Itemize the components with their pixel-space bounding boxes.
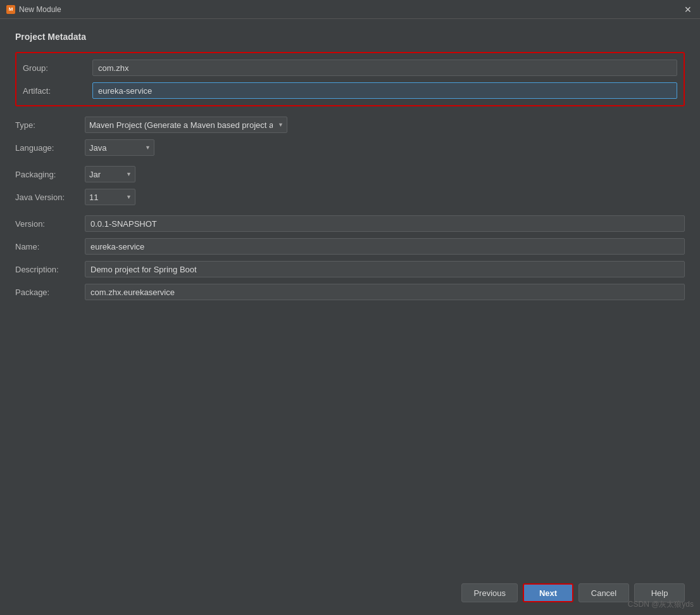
version-label: Version: xyxy=(15,219,85,229)
name-label: Name: xyxy=(15,242,85,251)
dialog-body: Project Metadata Group: Artifact: Type: … xyxy=(0,19,700,615)
artifact-row: Artifact: xyxy=(23,82,677,99)
java-version-select-wrapper: 11 xyxy=(85,189,135,205)
description-input[interactable] xyxy=(85,261,685,277)
packaging-label: Packaging: xyxy=(15,170,85,179)
language-select[interactable]: Java xyxy=(85,139,154,156)
name-row: Name: xyxy=(15,238,685,255)
package-input[interactable] xyxy=(85,284,685,300)
language-row: Language: Java xyxy=(15,139,685,156)
group-row: Group: xyxy=(23,60,677,76)
cancel-button[interactable]: Cancel xyxy=(578,583,629,602)
next-button[interactable]: Next xyxy=(523,583,573,602)
close-button[interactable]: ✕ xyxy=(680,1,696,18)
type-label: Type: xyxy=(15,120,85,130)
highlight-box: Group: Artifact: xyxy=(15,52,685,106)
artifact-input[interactable] xyxy=(92,82,677,99)
language-select-wrapper: Java xyxy=(85,139,154,156)
java-version-label: Java Version: xyxy=(15,193,85,202)
java-version-select[interactable]: 11 xyxy=(85,189,135,205)
packaging-select-wrapper: Jar xyxy=(85,166,135,182)
java-version-row: Java Version: 11 xyxy=(15,189,685,205)
type-row: Type: Maven Project (Generate a Maven ba… xyxy=(15,117,685,133)
version-row: Version: xyxy=(15,215,685,232)
package-row: Package: xyxy=(15,284,685,300)
language-label: Language: xyxy=(15,143,85,153)
button-bar: Previous Next Cancel Help xyxy=(15,577,685,602)
title-bar: M New Module ✕ xyxy=(0,0,700,19)
help-button[interactable]: Help xyxy=(634,583,685,602)
group-label: Group: xyxy=(23,63,92,73)
group-input[interactable] xyxy=(92,60,677,76)
type-select-wrapper: Maven Project (Generate a Maven based pr… xyxy=(85,117,287,133)
artifact-label: Artifact: xyxy=(23,86,92,96)
app-icon: M xyxy=(6,5,15,14)
version-input[interactable] xyxy=(85,215,685,232)
packaging-select[interactable]: Jar xyxy=(85,166,135,182)
package-label: Package: xyxy=(15,288,85,297)
name-input[interactable] xyxy=(85,238,685,255)
packaging-row: Packaging: Jar xyxy=(15,166,685,182)
section-title: Project Metadata xyxy=(15,32,685,42)
description-label: Description: xyxy=(15,265,85,274)
type-select[interactable]: Maven Project (Generate a Maven based pr… xyxy=(85,117,287,133)
title-bar-text: New Module xyxy=(19,5,694,14)
previous-button[interactable]: Previous xyxy=(461,583,518,602)
description-row: Description: xyxy=(15,261,685,277)
